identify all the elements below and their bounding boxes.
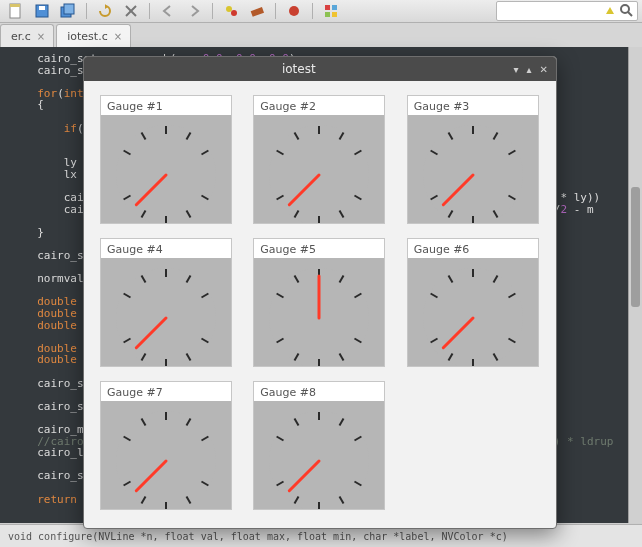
close-icon[interactable]: ✕: [540, 64, 548, 75]
iotest-window: iotest ▾ ▴ ✕ Gauge #1 Gauge #2 Gauge #3 …: [83, 56, 557, 529]
search-icon[interactable]: [619, 3, 635, 19]
gauge-display: [254, 258, 384, 366]
svg-rect-5: [64, 4, 74, 14]
svg-rect-14: [325, 12, 330, 17]
gauge-card: Gauge #5: [253, 238, 385, 367]
search-box[interactable]: [496, 1, 638, 21]
search-clear-icon[interactable]: [603, 4, 617, 18]
editor-tab[interactable]: er.c×: [0, 24, 54, 47]
compile-icon[interactable]: [219, 1, 243, 21]
editor-tabstrip: er.c×iotest.c×: [0, 23, 642, 48]
toolbar-separator: [212, 3, 213, 19]
svg-rect-1: [10, 4, 20, 7]
svg-rect-10: [251, 7, 264, 17]
svg-line-17: [628, 12, 632, 16]
nav-back-icon[interactable]: [156, 1, 180, 21]
gauge-display: [254, 115, 384, 223]
gauge-card: Gauge #7: [100, 381, 232, 510]
gauge-label: Gauge #7: [101, 382, 231, 401]
gauge-label: Gauge #8: [254, 382, 384, 401]
close-file-icon[interactable]: [119, 1, 143, 21]
color-picker-icon[interactable]: [319, 1, 343, 21]
dialog-title: iotest: [84, 62, 514, 76]
gauge-display: [101, 115, 231, 223]
dialog-body: Gauge #1 Gauge #2 Gauge #3 Gauge #4 Gaug…: [84, 81, 556, 528]
gauge-label: Gauge #2: [254, 96, 384, 115]
tab-label: iotest.c: [67, 30, 107, 43]
svg-rect-15: [332, 12, 337, 17]
gauge-card: Gauge #2: [253, 95, 385, 224]
gauge-display: [101, 401, 231, 509]
toolbar-separator: [275, 3, 276, 19]
tab-close-icon[interactable]: ×: [114, 31, 122, 42]
minimize-icon[interactable]: ▾: [514, 64, 519, 75]
gauge-label: Gauge #4: [101, 239, 231, 258]
tab-close-icon[interactable]: ×: [37, 31, 45, 42]
scrollbar-thumb[interactable]: [631, 187, 640, 307]
gauge-card: Gauge #3: [407, 95, 539, 224]
svg-rect-12: [325, 5, 330, 10]
gauge-label: Gauge #3: [408, 96, 538, 115]
main-toolbar: [0, 0, 642, 23]
svg-rect-3: [39, 6, 45, 10]
reload-icon[interactable]: [93, 1, 117, 21]
editor-scrollbar[interactable]: [628, 47, 642, 523]
gauge-display: [408, 258, 538, 366]
build-icon[interactable]: [245, 1, 269, 21]
svg-point-8: [226, 6, 232, 12]
gauge-label: Gauge #6: [408, 239, 538, 258]
toolbar-separator: [312, 3, 313, 19]
gauge-label: Gauge #5: [254, 239, 384, 258]
svg-point-11: [289, 6, 299, 16]
svg-point-9: [231, 10, 237, 16]
gauge-display: [101, 258, 231, 366]
gauge-display: [254, 401, 384, 509]
svg-point-16: [621, 5, 629, 13]
toolbar-separator: [86, 3, 87, 19]
gauge-card: Gauge #8: [253, 381, 385, 510]
gauge-card: Gauge #4: [100, 238, 232, 367]
file-icon[interactable]: [4, 1, 28, 21]
run-icon[interactable]: [282, 1, 306, 21]
tab-label: er.c: [11, 30, 31, 43]
toolbar-separator: [149, 3, 150, 19]
editor-tab[interactable]: iotest.c×: [56, 24, 131, 47]
gauge-card: Gauge #6: [407, 238, 539, 367]
maximize-icon[interactable]: ▴: [527, 64, 532, 75]
status-text: void configure(NVLine *n, float val, flo…: [8, 531, 508, 542]
svg-rect-13: [332, 5, 337, 10]
dialog-titlebar[interactable]: iotest ▾ ▴ ✕: [84, 57, 556, 81]
save-all-icon[interactable]: [56, 1, 80, 21]
gauge-label: Gauge #1: [101, 96, 231, 115]
gauge-display: [408, 115, 538, 223]
gauge-card: Gauge #1: [100, 95, 232, 224]
save-icon[interactable]: [30, 1, 54, 21]
nav-forward-icon[interactable]: [182, 1, 206, 21]
